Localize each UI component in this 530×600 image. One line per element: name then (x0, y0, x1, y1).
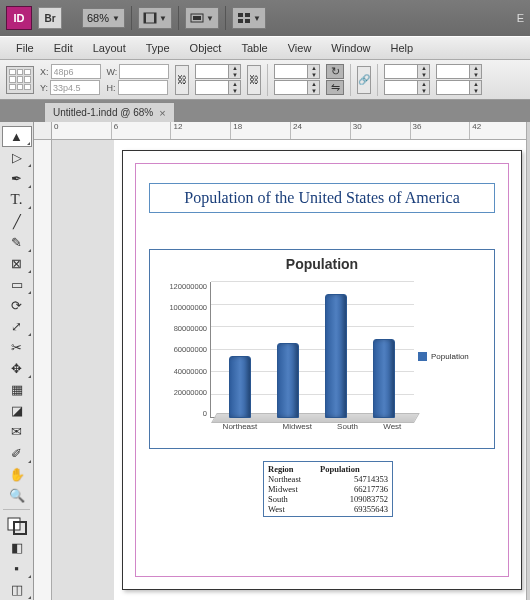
scissors-tool[interactable]: ✂ (2, 337, 32, 358)
y-tick: 100000000 (158, 303, 207, 312)
table-row: Midwest66217736 (268, 484, 388, 494)
vertical-ruler[interactable] (34, 140, 52, 600)
reference-point-grid[interactable] (6, 66, 34, 94)
ruler-tick: 24 (291, 122, 351, 139)
note-tool[interactable]: ✉ (2, 421, 32, 442)
menu-layout[interactable]: Layout (83, 39, 136, 57)
pencil-tool[interactable]: ✎ (2, 232, 32, 253)
svg-rect-7 (238, 19, 243, 23)
constrain-link-icon[interactable]: ⛓ (175, 65, 189, 95)
table-row: South109083752 (268, 494, 388, 504)
zoom-value: 68% (87, 12, 109, 24)
chevron-down-icon: ▼ (112, 14, 120, 23)
view-mode-button[interactable]: ◫ (2, 579, 32, 600)
zoom-tool[interactable]: 🔍 (2, 485, 32, 506)
stroke-spinner-4[interactable]: ▲▼ (436, 80, 482, 95)
chart-frame[interactable]: Population 12000000010000000080000000600… (149, 249, 495, 449)
tab-title: Untitled-1.indd @ 68% (53, 107, 153, 118)
rotate-spinner[interactable]: ▲▼ (274, 64, 320, 79)
direct-selection-tool[interactable]: ▷ (2, 147, 32, 168)
document-tab[interactable]: Untitled-1.indd @ 68% × (44, 102, 175, 122)
constrain-scale-icon[interactable]: ⛓ (247, 65, 261, 95)
menu-file[interactable]: File (6, 39, 44, 57)
stroke-spinner-3[interactable]: ▲▼ (436, 64, 482, 79)
svg-rect-2 (154, 13, 156, 23)
x-axis-labels: NortheastMidwestSouthWest (210, 422, 414, 436)
svg-rect-6 (245, 13, 250, 17)
zoom-level-combo[interactable]: 68% ▼ (82, 8, 125, 28)
horizontal-ruler[interactable]: 0 6 12 18 24 30 36 42 (34, 122, 530, 140)
gradient-feather-tool[interactable]: ◪ (2, 400, 32, 421)
divider (131, 6, 132, 30)
scale-x-spinner[interactable]: ▲▼ (195, 64, 241, 79)
rotate-cw-button[interactable]: ↻ (326, 64, 344, 79)
menu-object[interactable]: Object (180, 39, 232, 57)
table-header-region: Region (268, 464, 318, 474)
ruler-tick: 30 (351, 122, 411, 139)
close-icon[interactable]: × (159, 107, 165, 119)
document-tab-bar: Untitled-1.indd @ 68% × (0, 100, 530, 122)
shear-spinner[interactable]: ▲▼ (274, 80, 320, 95)
fill-stroke-swatch[interactable] (2, 516, 32, 537)
bridge-icon[interactable]: Br (38, 7, 62, 29)
rectangle-tool[interactable]: ▭ (2, 274, 32, 295)
workspace-label-cut: E (517, 12, 524, 24)
pen-tool[interactable]: ✒ (2, 168, 32, 189)
ruler-tick: 18 (231, 122, 291, 139)
y-input[interactable] (50, 80, 100, 95)
flip-h-button[interactable]: ⇋ (326, 80, 344, 95)
chart-plot-area: 1200000001000000008000000060000000400000… (158, 276, 414, 436)
indesign-app-icon: ID (6, 6, 32, 30)
screen-icon (190, 12, 204, 24)
h-input[interactable] (118, 80, 168, 95)
hand-tool[interactable]: ✋ (2, 464, 32, 485)
scale-y-spinner[interactable]: ▲▼ (195, 80, 241, 95)
chevron-down-icon: ▼ (159, 14, 167, 23)
stroke-spinner-1[interactable]: ▲▼ (384, 64, 430, 79)
stroke-spinner-2[interactable]: ▲▼ (384, 80, 430, 95)
line-tool[interactable]: ╱ (2, 210, 32, 231)
x-input[interactable] (51, 64, 101, 79)
document-page[interactable]: Population of the United States of Ameri… (122, 150, 522, 590)
apply-color-button[interactable]: ▪ (2, 558, 32, 579)
menu-window[interactable]: Window (321, 39, 380, 57)
arrange-docs-button[interactable]: ▼ (232, 7, 266, 29)
y-tick: 120000000 (158, 282, 207, 291)
screen-mode-button[interactable]: ▼ (185, 7, 219, 29)
divider (350, 64, 351, 96)
eyedropper-tool[interactable]: ✐ (2, 442, 32, 463)
scale-tool[interactable]: ⤢ (2, 316, 32, 337)
data-table-frame[interactable]: RegionPopulation Northeast54714353 Midwe… (263, 461, 393, 517)
formatting-affects-button[interactable]: ◧ (2, 537, 32, 558)
workspace: 0 6 12 18 24 30 36 42 Population of the … (34, 122, 530, 600)
title-text-frame[interactable]: Population of the United States of Ameri… (149, 183, 495, 213)
grid-icon (237, 12, 251, 24)
selection-tool[interactable]: ▲ (2, 126, 32, 147)
free-transform-tool[interactable]: ✥ (2, 358, 32, 379)
menu-view[interactable]: View (278, 39, 322, 57)
legend-label: Population (431, 352, 469, 361)
canvas[interactable]: Population of the United States of Ameri… (52, 140, 530, 600)
gradient-tool[interactable]: ▦ (2, 379, 32, 400)
type-tool[interactable]: T. (2, 189, 32, 210)
svg-rect-8 (245, 19, 250, 23)
legend-swatch (418, 352, 427, 361)
ruler-tick: 12 (171, 122, 231, 139)
menu-help[interactable]: Help (380, 39, 423, 57)
menu-table[interactable]: Table (231, 39, 277, 57)
y-tick: 80000000 (158, 324, 207, 333)
rectangle-frame-tool[interactable]: ⊠ (2, 253, 32, 274)
menu-edit[interactable]: Edit (44, 39, 83, 57)
chart-bars (210, 282, 414, 418)
embed-link-icon[interactable]: 🔗 (357, 66, 371, 94)
rotate-tool[interactable]: ⟳ (2, 295, 32, 316)
right-panel-edge[interactable] (526, 122, 530, 600)
category-label: Northeast (223, 422, 258, 436)
w-input[interactable] (119, 64, 169, 79)
chart-legend: Population (414, 276, 486, 436)
menu-type[interactable]: Type (136, 39, 180, 57)
table-row: Northeast54714353 (268, 474, 388, 484)
view-options-button[interactable]: ▼ (138, 7, 172, 29)
title-text: Population of the United States of Ameri… (184, 189, 460, 207)
h-label: H: (107, 83, 116, 93)
